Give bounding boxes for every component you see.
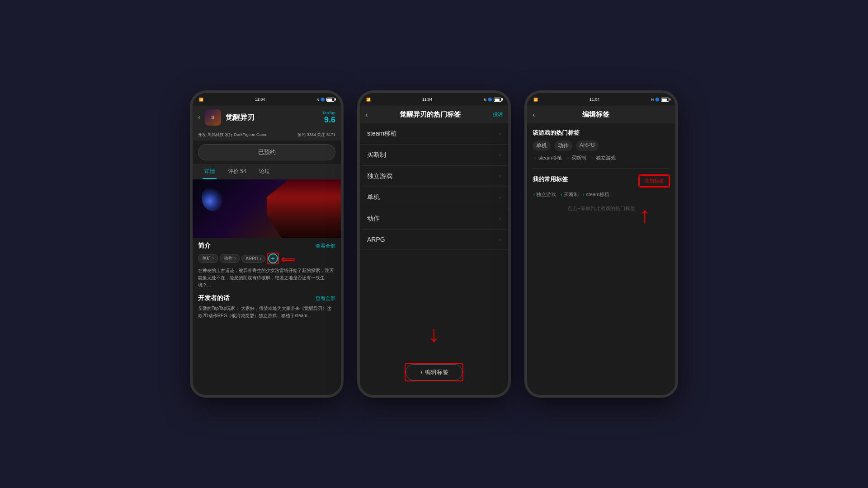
popular-tags-section-label: 该游戏的热门标签	[533, 129, 670, 137]
edit-tags-box: + 编辑标签	[405, 363, 463, 381]
my-tag-chip-steam[interactable]: + steam移植	[582, 191, 609, 198]
list-item[interactable]: 买断制 ›	[360, 145, 508, 166]
status-bar-1: 📶 11:04 N 🔵	[193, 93, 341, 106]
plus-icon-3: +	[582, 192, 585, 197]
game-title: 觉醒异刃	[226, 113, 255, 122]
tags-annotation-row: 单机 › 动作 › ARPG › + ⟸	[198, 253, 335, 267]
my-tags-header: 我的常用标签 添加标签	[533, 174, 670, 188]
back-button[interactable]: ‹	[198, 113, 200, 122]
time-display-1: 11:04	[255, 97, 265, 102]
list-item[interactable]: steam移植 ›	[360, 123, 508, 145]
tag-chip-action[interactable]: 动作 ›	[220, 254, 240, 263]
dev-view-all[interactable]: 查看全部	[316, 295, 335, 302]
battery-icon-3	[661, 98, 669, 102]
signal-icon: 📶	[199, 98, 203, 102]
my-tag-chip-buy[interactable]: + 买断制	[560, 191, 578, 198]
popular-tags-row: 单机 动作 ARPG	[533, 141, 670, 151]
dev-text: 亲爱的TapTap玩家： 大家好，很荣幸能为大家带来《觉醒异刃》这款2D动作RP…	[198, 305, 335, 319]
edit-tags-footer: + 编辑标签	[360, 363, 508, 381]
battery-icon	[326, 98, 335, 102]
plus-icon-1: +	[533, 192, 535, 197]
game-meta: 开发 黑鸽科技 发行 DarkPigeon Game 预约 3384 关注 31…	[193, 129, 341, 141]
screen-game-detail: 📶 11:04 N 🔵 ‹ 异 觉醒异刃 TapTap 9.6	[190, 90, 344, 398]
game-header: ‹ 异 觉醒异刃 TapTap 9.6	[193, 106, 341, 129]
minus-tag-steam[interactable]: － steam移植	[533, 155, 562, 161]
popular-tag-arpg[interactable]: ARPG	[576, 141, 599, 151]
intro-text: 在神秘的上古遗迹，被异兽寄生的少女洛雷塔开始了新的探索，毁灭能量无处不在，险恶的…	[198, 267, 335, 289]
minus-tag-indie[interactable]: － 独立游戏	[590, 155, 616, 161]
edit-tags-content: 该游戏的热门标签 单机 动作 ARPG － steam移植 － 买断制 － 独立…	[527, 123, 675, 217]
my-tags-chips: + 独立游戏 + 买断制 + steam移植	[533, 191, 670, 198]
down-arrow-annotation: ↓	[429, 323, 440, 345]
edit-tags-title: 编辑标签	[535, 110, 656, 119]
add-tag-box-3: 添加标签	[638, 174, 670, 188]
taptap-score: TapTap 9.6	[322, 111, 335, 125]
dev-section: 开发者的话 查看全部 亲爱的TapTap玩家： 大家好，很荣幸能为大家带来《觉醒…	[193, 291, 341, 321]
intro-section: 简介 查看全部 单机 › 动作 › ARPG › +	[193, 238, 341, 291]
battery-icon-2	[494, 98, 502, 102]
up-arrow-annotation: ↑	[639, 204, 651, 226]
minus-tag-buy[interactable]: － 买断制	[566, 155, 586, 161]
popular-tag-action[interactable]: 动作	[554, 141, 572, 151]
chevron-icon: ›	[499, 131, 501, 137]
chevron-icon: ›	[499, 173, 501, 179]
chevron-icon: ›	[499, 216, 501, 222]
divider	[533, 169, 670, 169]
list-item[interactable]: ARPG ›	[360, 230, 508, 250]
tags-list-title: 觉醒异刃的热门标签	[368, 110, 493, 119]
list-item[interactable]: 动作 ›	[360, 208, 508, 230]
my-tag-chip-indie[interactable]: + 独立游戏	[533, 191, 556, 198]
add-tag-button-3[interactable]: 添加标签	[639, 175, 669, 187]
status-bar-2: 📶 11:04 N 🔵	[360, 93, 508, 106]
bluetooth-icon: 🔵	[321, 98, 325, 102]
list-item[interactable]: 单机 ›	[360, 187, 508, 208]
game-screenshot	[193, 179, 341, 238]
minus-tags-row: － steam移植 － 买断制 － 独立游戏	[533, 155, 670, 161]
intro-header: 简介 查看全部	[198, 242, 335, 250]
minus-icon-2: －	[566, 155, 571, 161]
developer-info: 开发 黑鸽科技 发行 DarkPigeon Game	[198, 132, 268, 138]
screen-edit-tags: 📶 11:04 N 🔵 ‹ 编辑标签 该游戏的热门标签 单机 动作 ARP	[524, 90, 678, 398]
chevron-icon: ›	[499, 236, 501, 243]
plus-icon-2: +	[560, 192, 562, 197]
edit-tags-header: ‹ 编辑标签	[527, 106, 675, 123]
bluetooth-icon-3: 🔵	[655, 98, 660, 102]
edit-tags-button[interactable]: + 编辑标签	[406, 364, 462, 380]
my-tags-label: 我的常用标签	[533, 175, 568, 183]
time-display-3: 11:04	[590, 97, 600, 102]
tags-list: steam移植 › 买断制 › 独立游戏 › 单机 › 动作 › ARPG ›	[360, 123, 508, 250]
nfc-icon-3: N	[651, 98, 654, 102]
signal-icon-3: 📶	[533, 98, 538, 102]
nfc-icon-2: N	[484, 98, 486, 102]
intro-view-all[interactable]: 查看全部	[316, 243, 335, 249]
chevron-icon: ›	[499, 152, 501, 158]
tab-review[interactable]: 评价 54	[222, 164, 253, 179]
nfc-icon: N	[316, 98, 319, 102]
game-avatar: 异	[205, 109, 221, 126]
left-arrow-icon: ⟸	[281, 254, 295, 266]
chevron-icon: ›	[499, 194, 501, 201]
tab-forum[interactable]: 论坛	[253, 164, 276, 179]
status-bar-3: 📶 11:04 N 🔵	[527, 93, 675, 106]
tag-chip-single[interactable]: 单机 ›	[198, 254, 218, 263]
dev-header: 开发者的话 查看全部	[198, 294, 335, 302]
minus-icon-1: －	[533, 155, 538, 161]
tag-chip-arpg[interactable]: ARPG ›	[241, 255, 265, 263]
arrow-annotation: ⟸	[281, 254, 295, 266]
reserve-button[interactable]: 已预约	[198, 144, 335, 160]
bluetooth-icon-2: 🔵	[488, 98, 492, 102]
screenshot-overlay	[193, 179, 341, 238]
add-tag-button[interactable]: +	[268, 253, 278, 263]
stats-info: 预约 3384 关注 3171	[297, 132, 335, 138]
tags-list-header: ‹ 觉醒异刃的热门标签 投诉	[360, 106, 508, 123]
tab-detail[interactable]: 详情	[198, 164, 222, 179]
list-item[interactable]: 独立游戏 ›	[360, 166, 508, 187]
dev-title: 开发者的话	[198, 294, 230, 302]
popular-tag-single[interactable]: 单机	[533, 141, 551, 151]
intro-title: 简介	[198, 242, 211, 250]
tabs-bar: 详情 评价 54 论坛	[193, 164, 341, 179]
tags-row: 单机 › 动作 › ARPG › +	[198, 253, 279, 264]
minus-icon-3: －	[590, 155, 595, 161]
report-button[interactable]: 投诉	[493, 111, 503, 118]
time-display-2: 11:04	[422, 97, 433, 102]
